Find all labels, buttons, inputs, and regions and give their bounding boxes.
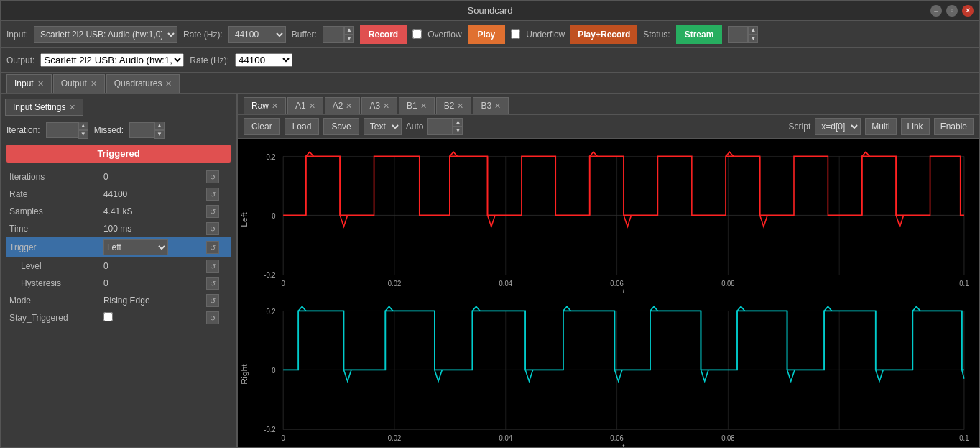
restore-stay-triggered[interactable]: ↺ — [206, 311, 219, 324]
auto-up[interactable]: ▲ — [453, 118, 463, 127]
iteration-up[interactable]: ▲ — [78, 122, 88, 130]
play-button[interactable]: Play — [468, 25, 506, 44]
tab-a3-close[interactable]: ✕ — [383, 101, 389, 111]
tab-input[interactable]: Input ✕ — [6, 74, 52, 93]
trigger-select[interactable]: Left Right — [103, 239, 168, 255]
iteration-down[interactable]: ▼ — [78, 130, 88, 139]
restore-hysteresis[interactable]: ↺ — [206, 277, 219, 290]
title-bar: Soundcard – ▫ ✕ — [1, 1, 979, 21]
auto-down[interactable]: ▼ — [453, 127, 463, 135]
tab-a2-close[interactable]: ✕ — [346, 101, 352, 111]
stream-button[interactable]: Stream — [676, 25, 723, 44]
top-chart: 0.2 0 -0.2 Left 0 0.02 0.04 0.06 0.08 0.… — [238, 139, 979, 293]
load-button[interactable]: Load — [285, 118, 320, 135]
underflow-checkbox[interactable] — [511, 29, 520, 39]
tab-b1-label: B1 — [407, 101, 417, 111]
settings-key-hysteresis: Hysteresis — [6, 275, 101, 292]
tab-b2[interactable]: B2 ✕ — [436, 97, 472, 114]
tab-output-close[interactable]: ✕ — [91, 79, 97, 88]
maximize-button[interactable]: ▫ — [946, 5, 958, 17]
tab-a3[interactable]: A3 ✕ — [361, 97, 397, 114]
output-rate-select[interactable]: 44100 — [235, 53, 292, 67]
tab-a1-close[interactable]: ✕ — [309, 101, 315, 111]
output-device-select[interactable]: Scarlett 2i2 USB: Audio (hw:1,0) — [40, 53, 184, 67]
iteration-input[interactable]: 227 — [46, 122, 78, 138]
svg-text:0: 0 — [272, 212, 276, 221]
tab-raw-close[interactable]: ✕ — [272, 101, 278, 111]
input-device-select[interactable]: Scarlett 2i2 USB: Audio (hw:1,0) — [34, 26, 177, 43]
window-controls: – ▫ ✕ — [930, 5, 974, 17]
tab-b1[interactable]: B1 ✕ — [399, 97, 435, 114]
settings-row-mode: Mode Rising Edge ↺ — [6, 292, 231, 309]
buffer-down-btn[interactable]: ▼ — [344, 35, 354, 43]
input-rate-select[interactable]: 44100 — [228, 26, 286, 43]
enable-button[interactable]: Enable — [934, 118, 974, 135]
tab-a2[interactable]: A2 ✕ — [325, 97, 361, 114]
settings-row-level: Level 0 ↺ — [6, 257, 231, 275]
tab-a3-label: A3 — [369, 101, 380, 111]
multi-button[interactable]: Multi — [865, 118, 896, 135]
buffer-input[interactable]: 0 — [323, 26, 344, 43]
settings-key-mode: Mode — [6, 292, 101, 309]
settings-value-stay-triggered — [101, 309, 203, 326]
window-title: Soundcard — [468, 5, 513, 16]
main-area: Input Settings ✕ Iteration: 227 ▲ ▼ Miss… — [1, 94, 979, 447]
tab-b2-close[interactable]: ✕ — [457, 101, 463, 111]
svg-text:0.02: 0.02 — [388, 434, 402, 443]
tab-quadratures-close[interactable]: ✕ — [165, 79, 172, 88]
tab-input-close[interactable]: ✕ — [37, 79, 44, 88]
missed-input[interactable]: 1 — [129, 122, 154, 138]
stay-triggered-checkbox[interactable] — [103, 312, 113, 321]
svg-text:0.1: 0.1 — [959, 280, 969, 288]
save-button[interactable]: Save — [323, 118, 359, 135]
restore-trigger[interactable]: ↺ — [206, 241, 219, 254]
settings-value-iterations: 0 — [101, 168, 203, 186]
settings-value-rate: 44100 — [101, 186, 203, 203]
restore-level[interactable]: ↺ — [206, 260, 219, 273]
buffer-up-btn[interactable]: ▲ — [344, 26, 354, 35]
formula-select[interactable]: x=d[0] — [815, 118, 861, 135]
clear-button[interactable]: Clear — [244, 118, 280, 135]
restore-mode[interactable]: ↺ — [206, 294, 219, 307]
close-button[interactable]: ✕ — [962, 5, 974, 17]
play-record-button[interactable]: Play+Record — [570, 25, 637, 44]
tab-b3-close[interactable]: ✕ — [494, 101, 501, 111]
svg-text:Left: Left — [240, 211, 248, 227]
type-select[interactable]: Text — [364, 118, 402, 135]
record-button[interactable]: Record — [360, 25, 407, 44]
stream-count-input[interactable]: 1 — [728, 26, 748, 43]
output-label: Output: — [6, 55, 34, 65]
settings-panel: Iteration: 227 ▲ ▼ Missed: 1 ▲ ▼ — [1, 116, 236, 447]
tab-quadratures[interactable]: Quadratures ✕ — [106, 74, 180, 93]
tab-b3[interactable]: B3 ✕ — [473, 97, 509, 114]
svg-text:0.2: 0.2 — [266, 308, 275, 316]
svg-text:0.02: 0.02 — [388, 280, 402, 288]
stream-count-up[interactable]: ▲ — [748, 26, 758, 35]
input-settings-close[interactable]: ✕ — [69, 103, 75, 112]
tab-b1-close[interactable]: ✕ — [420, 101, 427, 111]
restore-time[interactable]: ↺ — [206, 222, 219, 235]
tab-output[interactable]: Output ✕ — [53, 74, 105, 93]
main-window: Soundcard – ▫ ✕ Input: Scarlett 2i2 USB:… — [0, 0, 980, 448]
tab-raw[interactable]: Raw ✕ — [244, 97, 286, 114]
link-button[interactable]: Link — [901, 118, 930, 135]
minimize-button[interactable]: – — [930, 5, 942, 17]
restore-iterations[interactable]: ↺ — [206, 170, 219, 183]
stream-count-btns: ▲ ▼ — [748, 26, 758, 43]
stream-count-down[interactable]: ▼ — [748, 35, 758, 43]
restore-rate[interactable]: ↺ — [206, 188, 219, 201]
settings-value-samples: 4.41 kS — [101, 203, 203, 220]
input-settings-tab[interactable]: Input Settings ✕ — [5, 99, 83, 116]
plot-area: 0.2 0 -0.2 Left 0 0.02 0.04 0.06 0.08 0.… — [238, 139, 979, 447]
tab-a1[interactable]: A1 ✕ — [287, 97, 323, 114]
missed-btns: ▲ ▼ — [154, 122, 165, 139]
bottom-chart: 0.2 0 -0.2 Right 0 0.02 0.04 0.06 0.08 0… — [238, 293, 979, 447]
missed-up[interactable]: ▲ — [154, 122, 165, 130]
svg-text:0.1: 0.1 — [959, 434, 969, 443]
status-label: Status: — [643, 29, 670, 40]
missed-down[interactable]: ▼ — [154, 130, 165, 139]
restore-samples[interactable]: ↺ — [206, 205, 219, 218]
auto-input[interactable]: 0 — [427, 118, 453, 135]
settings-key-level: Level — [6, 257, 101, 275]
overflow-checkbox[interactable] — [412, 29, 422, 39]
